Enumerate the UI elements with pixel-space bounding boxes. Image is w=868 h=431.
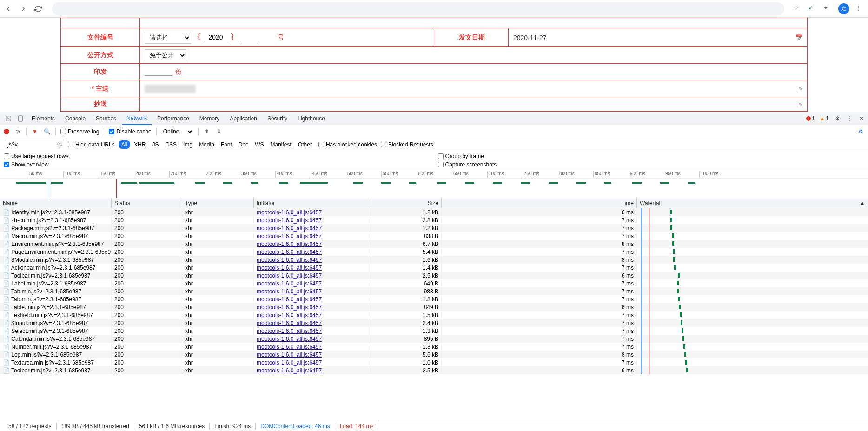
network-row[interactable]: 📄 Textfield.min.js?v=2.3.1-685e987200xhr… [0, 311, 868, 319]
devtools-tab-sources[interactable]: Sources [91, 112, 121, 125]
col-name[interactable]: Name [0, 198, 112, 208]
network-row[interactable]: 📄 zh-cn.min.js?v=2.3.1-685e987200xhrmoot… [0, 216, 868, 224]
date-input[interactable] [513, 34, 802, 41]
filter-icon[interactable]: ▼ [31, 128, 39, 135]
col-size[interactable]: Size [371, 198, 442, 208]
download-icon[interactable]: ⬇ [215, 128, 223, 135]
cell-initiator[interactable]: mootools-1.6.0_all.js:6457 [254, 328, 371, 334]
menu-icon[interactable]: ⋮ [856, 5, 864, 13]
filter-type-font[interactable]: Font [218, 140, 235, 149]
cell-initiator[interactable]: mootools-1.6.0_all.js:6457 [254, 272, 371, 279]
cell-initiator[interactable]: mootools-1.6.0_all.js:6457 [254, 288, 371, 295]
warning-count[interactable]: ▲1 [819, 115, 829, 122]
cell-initiator[interactable]: mootools-1.6.0_all.js:6457 [254, 320, 371, 326]
network-row[interactable]: 📄 Package.min.js?v=2.3.1-685e987200xhrmo… [0, 224, 868, 232]
record-button[interactable] [4, 129, 9, 134]
forward-button[interactable] [19, 4, 28, 13]
cell-initiator[interactable]: mootools-1.6.0_all.js:6457 [254, 344, 371, 350]
network-row[interactable]: 📄 Identity.min.js?v=2.3.1-685e987200xhrm… [0, 208, 868, 216]
devtools-tab-performance[interactable]: Performance [152, 112, 194, 125]
calendar-icon[interactable]: 📅 [795, 34, 802, 41]
network-row[interactable]: 📄 Table.min.js?v=2.3.1-685e987200xhrmoot… [0, 303, 868, 311]
search-icon[interactable]: 🔍 [43, 128, 51, 135]
filter-type-img[interactable]: Img [180, 140, 195, 149]
network-row[interactable]: 📄 Macro.min.js?v=2.3.1-685e987200xhrmoot… [0, 232, 868, 240]
network-row[interactable]: 📄 Number.min.js?v=2.3.1-685e987200xhrmoo… [0, 343, 868, 351]
filter-type-xhr[interactable]: XHR [131, 140, 148, 149]
disable-cache-checkbox[interactable]: Disable cache [109, 128, 151, 135]
cell-initiator[interactable]: mootools-1.6.0_all.js:6457 [254, 359, 371, 366]
cell-initiator[interactable]: mootools-1.6.0_all.js:6457 [254, 351, 371, 358]
network-row[interactable]: 📄 Log.min.js?v=2.3.1-685e987200xhrmootoo… [0, 351, 868, 358]
hide-data-urls-checkbox[interactable]: Hide data URLs [68, 141, 115, 148]
more-icon[interactable]: ⋮ [846, 115, 853, 122]
devtools-tab-lighthouse[interactable]: Lighthouse [293, 112, 330, 125]
network-row[interactable]: 📄 Actionbar.min.js?v=2.3.1-685e987200xhr… [0, 264, 868, 272]
network-row[interactable]: 📄 Tab.min.js?v=2.3.1-685e987200xhrmootoo… [0, 287, 868, 295]
col-time[interactable]: Time [442, 198, 637, 208]
filter-type-manifest[interactable]: Manifest [268, 140, 294, 149]
filter-type-css[interactable]: CSS [162, 140, 179, 149]
network-timeline[interactable]: 50 ms100 ms150 ms200 ms250 ms300 ms350 m… [0, 170, 868, 198]
year-input[interactable] [204, 33, 227, 41]
network-row[interactable]: 📄 $Input.min.js?v=2.3.1-685e987200xhrmoo… [0, 319, 868, 327]
col-initiator[interactable]: Initiator [254, 198, 371, 208]
large-rows-checkbox[interactable]: Use large request rows [4, 153, 431, 159]
file-number-select[interactable]: 请选择 [145, 32, 191, 44]
avatar[interactable]: 定 [838, 3, 849, 14]
filter-type-all[interactable]: All [119, 140, 130, 149]
network-row[interactable]: 📄 Environment.min.js?v=2.3.1-685e987200x… [0, 240, 868, 248]
open-method-select[interactable]: 免予公开 [145, 49, 186, 61]
devtools-tab-security[interactable]: Security [263, 112, 292, 125]
col-status[interactable]: Status [112, 198, 182, 208]
puzzle-icon[interactable]: ✦ [823, 5, 832, 13]
extension-icon[interactable]: ✓ [808, 5, 817, 13]
throttling-select[interactable]: Online [161, 128, 193, 135]
cell-initiator[interactable]: mootools-1.6.0_all.js:6457 [254, 336, 371, 342]
cell-initiator[interactable]: mootools-1.6.0_all.js:6457 [254, 304, 371, 311]
star-icon[interactable]: ☆ [794, 5, 802, 13]
edit-icon[interactable]: ✎ [797, 86, 803, 92]
filter-type-ws[interactable]: WS [252, 140, 266, 149]
cell-initiator[interactable]: mootools-1.6.0_all.js:6457 [254, 312, 371, 318]
devtools-tab-console[interactable]: Console [60, 112, 90, 125]
network-row[interactable]: 📄 Toolbar.min.js?v=2.3.1-685e987200xhrmo… [0, 272, 868, 279]
show-overview-checkbox[interactable]: Show overview [4, 161, 431, 168]
col-type[interactable]: Type [182, 198, 254, 208]
cell-initiator[interactable]: mootools-1.6.0_all.js:6457 [254, 280, 371, 287]
error-count[interactable]: 1 [806, 115, 815, 122]
cell-initiator[interactable]: mootools-1.6.0_all.js:6457 [254, 225, 371, 232]
devtools-tab-elements[interactable]: Elements [27, 112, 60, 125]
cell-initiator[interactable]: mootools-1.6.0_all.js:6457 [254, 233, 371, 239]
network-row[interactable]: 📄 Tab.min.js?v=2.3.1-685e987200xhrmootoo… [0, 295, 868, 303]
devtools-tab-application[interactable]: Application [225, 112, 262, 125]
close-icon[interactable]: ✕ [858, 115, 865, 122]
blocked-requests-checkbox[interactable]: Blocked Requests [381, 141, 433, 148]
filter-type-other[interactable]: Other [295, 140, 315, 149]
print-count-input[interactable] [145, 68, 172, 76]
device-icon[interactable] [15, 115, 26, 122]
cell-initiator[interactable]: mootools-1.6.0_all.js:6457 [254, 209, 371, 216]
filter-input[interactable] [4, 140, 64, 149]
settings-icon[interactable]: ⚙ [834, 115, 841, 122]
settings-gear-icon[interactable]: ⚙ [857, 128, 864, 135]
capture-screenshots-checkbox[interactable]: Capture screenshots [438, 161, 865, 168]
cell-initiator[interactable]: mootools-1.6.0_all.js:6457 [254, 367, 371, 374]
edit-icon[interactable]: ✎ [797, 101, 803, 107]
network-grid[interactable]: 📄 Identity.min.js?v=2.3.1-685e987200xhrm… [0, 208, 868, 421]
doc-number-input[interactable] [240, 33, 259, 41]
network-row[interactable]: 📄 Toolbar.min.js?v=2.3.1-685e987200xhrmo… [0, 366, 868, 374]
filter-type-media[interactable]: Media [196, 140, 217, 149]
group-frame-checkbox[interactable]: Group by frame [438, 153, 865, 159]
cell-initiator[interactable]: mootools-1.6.0_all.js:6457 [254, 265, 371, 271]
cell-initiator[interactable]: mootools-1.6.0_all.js:6457 [254, 241, 371, 247]
network-row[interactable]: 📄 Calendar.min.js?v=2.3.1-685e987200xhrm… [0, 335, 868, 343]
clear-filter-icon[interactable]: ⓧ [57, 141, 62, 148]
network-row[interactable]: 📄 Select.min.js?v=2.3.1-685e987200xhrmoo… [0, 327, 868, 335]
filter-type-doc[interactable]: Doc [236, 140, 251, 149]
filter-type-js[interactable]: JS [149, 140, 161, 149]
network-row[interactable]: 📄 Textarea.min.js?v=2.3.1-685e987200xhrm… [0, 358, 868, 366]
inspect-icon[interactable] [3, 115, 14, 122]
reload-button[interactable] [33, 4, 43, 13]
cell-initiator[interactable]: mootools-1.6.0_all.js:6457 [254, 217, 371, 224]
